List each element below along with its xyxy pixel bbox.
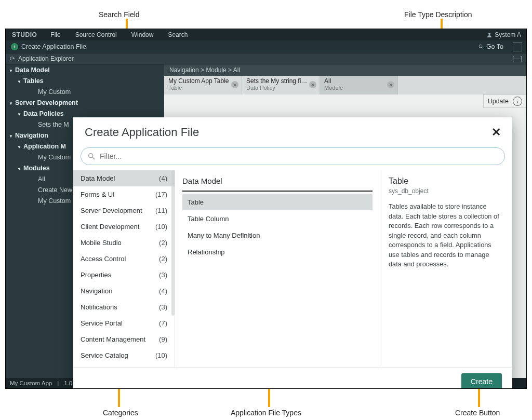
category-item[interactable]: Service Portal(7) <box>73 315 175 331</box>
filter-field[interactable] <box>81 147 505 165</box>
plus-icon[interactable]: + <box>11 43 18 50</box>
collapse-toggle[interactable]: [—] <box>512 55 522 62</box>
category-count: (9) <box>159 335 167 343</box>
description-panel: Table sys_db_object Tables available to … <box>380 170 505 367</box>
goto-button[interactable]: Go To <box>473 43 509 50</box>
close-icon[interactable]: ✕ <box>387 81 394 88</box>
category-label: Client Development <box>81 223 139 231</box>
category-count: (2) <box>159 239 167 247</box>
modal-footer: Create <box>73 367 512 389</box>
modal-title: Create Application File <box>85 126 199 139</box>
info-icon[interactable]: i <box>513 97 522 106</box>
category-count: (10) <box>155 351 167 359</box>
user-icon <box>486 32 493 38</box>
type-item[interactable]: Relationship <box>182 243 373 260</box>
tab-title: All <box>324 77 393 85</box>
close-button[interactable]: ✕ <box>491 126 501 139</box>
category-count: (11) <box>155 207 167 214</box>
status-sep: | <box>57 380 59 386</box>
category-item[interactable]: Access Control(2) <box>73 251 175 267</box>
create-application-file-link[interactable]: Create Application File <box>21 43 86 50</box>
svg-point-13 <box>89 154 93 158</box>
category-label: Service Portal <box>81 319 123 327</box>
category-item[interactable]: Notifications(3) <box>73 299 175 315</box>
category-label: Notifications <box>81 303 117 311</box>
category-label: Properties <box>81 271 111 279</box>
filter-input[interactable] <box>100 152 498 160</box>
tab-all[interactable]: All Module ✕ <box>320 76 398 94</box>
create-application-file-modal: Create Application File ✕ Data Model(4)F… <box>73 117 512 389</box>
annotation-app-file-types: Application File Types <box>231 409 301 417</box>
create-button[interactable]: Create <box>461 373 502 389</box>
category-count: (3) <box>159 271 167 279</box>
menu-window[interactable]: Window <box>124 31 161 38</box>
annotation-create-button: Create Button <box>455 409 500 417</box>
category-item[interactable]: Reporting(6) <box>73 363 175 367</box>
svg-point-11 <box>479 45 482 48</box>
category-count: (7) <box>159 319 167 327</box>
category-item[interactable]: Client Development(10) <box>73 219 175 235</box>
tree-server-development[interactable]: Server Development <box>6 97 164 108</box>
category-item[interactable]: Server Development(11) <box>73 202 175 219</box>
tab-subtitle: Table <box>168 85 237 91</box>
category-label: Data Model <box>81 174 115 182</box>
status-app: My Custom App <box>10 380 52 386</box>
category-label: Navigation <box>81 287 112 295</box>
tree-data-model[interactable]: Data Model <box>6 64 164 75</box>
category-count: (2) <box>159 255 167 263</box>
category-item[interactable]: Properties(3) <box>73 267 175 283</box>
toolbar: + Create Application File Go To <box>6 40 526 53</box>
category-item[interactable]: Mobile Studio(2) <box>73 235 175 251</box>
toolbar-icon-box[interactable] <box>513 42 522 51</box>
category-count: (4) <box>159 174 167 182</box>
category-item[interactable]: Content Management(9) <box>73 331 175 347</box>
search-icon <box>87 152 96 160</box>
close-icon[interactable]: ✕ <box>231 81 238 88</box>
menu-search[interactable]: Search <box>161 31 195 38</box>
category-item[interactable]: Data Model(4) <box>73 170 175 186</box>
annotation-file-type-desc: File Type Description <box>404 10 472 19</box>
svg-line-12 <box>482 48 483 49</box>
category-label: Mobile Studio <box>81 239 122 247</box>
explorer-header: ⟳ Application Explorer [—] <box>6 53 526 64</box>
breadcrumb: Navigation > Module > All <box>164 64 526 76</box>
tree-tables[interactable]: Tables <box>6 75 164 86</box>
user-menu[interactable]: System A <box>481 31 526 38</box>
scrollbar[interactable] <box>171 170 175 316</box>
close-icon[interactable]: ✕ <box>309 81 316 88</box>
tab-title: My Custom App Table <box>168 77 237 85</box>
brand: STUDIO <box>6 31 43 38</box>
app-window: STUDIO File Source Control Window Search… <box>5 29 527 389</box>
tab-subtitle: Module <box>324 85 393 91</box>
desc-title: Table <box>389 177 503 186</box>
category-list: Data Model(4)Forms & UI(17)Server Develo… <box>73 170 175 367</box>
search-icon <box>478 44 484 50</box>
desc-sysname: sys_db_object <box>389 187 503 195</box>
update-bar: Update i <box>483 94 526 108</box>
category-label: Server Development <box>81 207 142 214</box>
update-button[interactable]: Update <box>488 98 509 105</box>
tree-table-item[interactable]: My Custom <box>6 86 164 97</box>
tab-my-custom-app-table[interactable]: My Custom App Table Table ✕ <box>164 76 242 94</box>
type-item[interactable]: Table Column <box>182 210 373 227</box>
menu-file[interactable]: File <box>43 31 68 38</box>
menubar: STUDIO File Source Control Window Search… <box>6 29 526 40</box>
menu-source-control[interactable]: Source Control <box>68 31 124 38</box>
category-item[interactable]: Service Catalog(10) <box>73 347 175 363</box>
user-label: System A <box>495 31 521 38</box>
category-item[interactable]: Forms & UI(17) <box>73 186 175 202</box>
category-count: (10) <box>155 223 167 231</box>
tab-sets-the-my-string[interactable]: Sets the My string fi… Data Policy ✕ <box>242 76 320 94</box>
category-label: Content Management <box>81 335 145 343</box>
refresh-icon[interactable]: ⟳ <box>10 55 15 62</box>
category-label: Access Control <box>81 255 126 263</box>
annotation-search-field: Search Field <box>99 10 140 19</box>
category-count: (4) <box>159 287 167 295</box>
svg-point-10 <box>488 33 490 35</box>
type-item[interactable]: Table <box>182 194 373 210</box>
type-list: Data Model TableTable ColumnMany to Many… <box>175 170 380 367</box>
type-item[interactable]: Many to Many Definition <box>182 227 373 243</box>
desc-body: Tables available to store instance data.… <box>389 202 503 269</box>
category-item[interactable]: Navigation(4) <box>73 283 175 299</box>
category-count: (17) <box>155 191 167 198</box>
